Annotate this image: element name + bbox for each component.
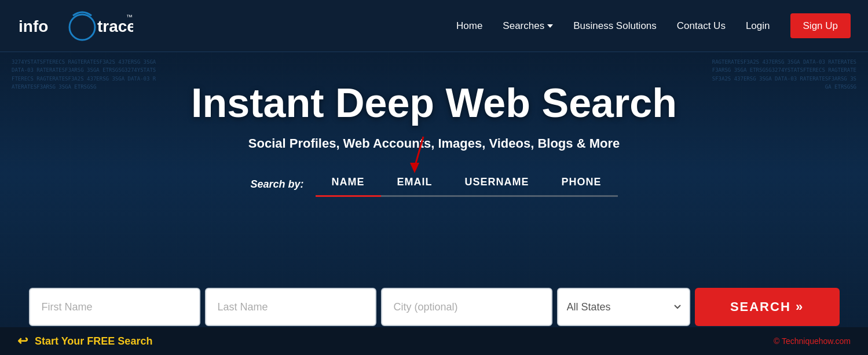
nav-contact-link[interactable]: Contact Us xyxy=(677,20,726,31)
nav-business-item[interactable]: Business Solutions xyxy=(573,20,657,32)
hero-subtitle: Social Profiles, Web Accounts, Images, V… xyxy=(0,136,868,151)
nav-business-link[interactable]: Business Solutions xyxy=(573,20,657,31)
last-name-input[interactable] xyxy=(205,288,376,326)
search-tabs: Search by: NAME EMAIL USERNAME PHONE xyxy=(0,171,868,197)
svg-marker-5 xyxy=(410,163,419,173)
svg-text:™: ™ xyxy=(126,13,133,20)
search-form: All States Alabama Alaska Arizona Califo… xyxy=(29,288,840,326)
nav-contact-item[interactable]: Contact Us xyxy=(677,20,726,32)
navbar: info tracer ™ Home Searches Business Sol… xyxy=(0,0,868,52)
chevron-down-icon xyxy=(547,24,553,28)
nav-searches-item[interactable]: Searches xyxy=(503,20,553,32)
nav-signup-item[interactable]: Sign Up xyxy=(790,20,851,32)
nav-signup-button[interactable]: Sign Up xyxy=(790,13,851,38)
city-input[interactable] xyxy=(381,288,552,326)
free-search-text: Start Your FREE Search xyxy=(35,335,152,347)
hero-title: Instant Deep Web Search xyxy=(0,81,868,126)
search-by-label: Search by: xyxy=(250,178,303,191)
hero-section: 3274YSTATSFTERECS RAGTERATESF3A2S 437ERS… xyxy=(0,52,868,355)
nav-home-item[interactable]: Home xyxy=(456,20,482,32)
free-search-label: ↩ Start Your FREE Search xyxy=(17,334,152,349)
hero-content: Instant Deep Web Search Social Profiles,… xyxy=(0,52,868,197)
tab-email[interactable]: EMAIL xyxy=(381,171,449,197)
nav-searches-label: Searches xyxy=(503,20,544,32)
svg-point-1 xyxy=(69,14,95,40)
search-button[interactable]: SEARCH » xyxy=(695,288,840,326)
logo-svg: info tracer ™ xyxy=(17,10,133,42)
tab-username[interactable]: USERNAME xyxy=(449,171,545,197)
nav-links: Home Searches Business Solutions Contact… xyxy=(456,20,851,32)
copyright-text: © Techniquehow.com xyxy=(774,336,851,346)
logo-area: info tracer ™ xyxy=(17,10,456,42)
nav-login-item[interactable]: Login xyxy=(746,20,770,32)
nav-searches-link[interactable]: Searches xyxy=(503,20,553,32)
tab-phone[interactable]: PHONE xyxy=(545,171,618,197)
tab-name[interactable]: NAME xyxy=(316,171,381,197)
nav-home-link[interactable]: Home xyxy=(456,20,482,31)
state-select[interactable]: All States Alabama Alaska Arizona Califo… xyxy=(557,288,690,326)
nav-login-link[interactable]: Login xyxy=(746,20,770,31)
first-name-input[interactable] xyxy=(29,288,200,326)
svg-text:info: info xyxy=(19,17,48,35)
logo[interactable]: info tracer ™ xyxy=(17,10,133,42)
footer-bar: ↩ Start Your FREE Search © Techniquehow.… xyxy=(0,327,868,355)
arrow-icon: ↩ xyxy=(17,334,28,349)
